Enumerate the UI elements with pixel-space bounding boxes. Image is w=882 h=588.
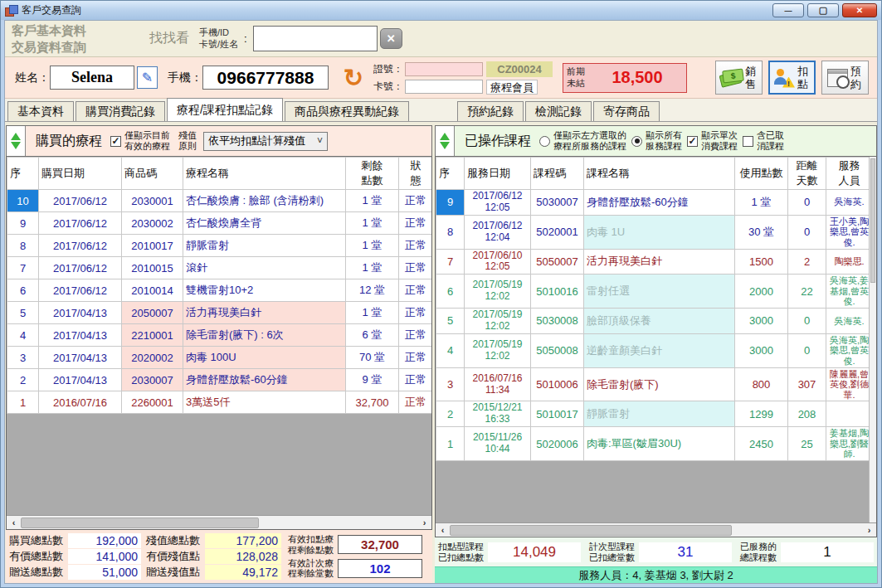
refresh-icon[interactable] [340,65,367,91]
course-code-cell[interactable]: 5050008 [531,333,584,367]
staff-cell[interactable]: 吳海英. [826,190,873,216]
product-code-cell[interactable]: 2260001 [122,391,183,414]
right-table-row[interactable]: 82017/06/12 12:045020001肉毒 1U30 堂0王小美,陶樂… [436,215,873,249]
row-number-cell[interactable]: 7 [436,249,465,275]
used-points-cell[interactable]: 1299 [735,401,788,427]
tab-6[interactable]: 寄存商品 [593,101,660,121]
remaining-points-cell[interactable]: 6 堂 [346,324,399,347]
status-cell[interactable]: 正常 [399,302,433,324]
include-cancelled-checkbox[interactable] [743,136,753,147]
service-date-cell[interactable]: 2017/05/19 12:02 [465,309,531,334]
row-number-cell[interactable]: 5 [436,309,465,334]
purchase-date-cell[interactable]: 2017/06/12 [39,212,122,235]
edit-name-icon[interactable] [137,66,158,89]
course-name-cell[interactable]: 雷射任選 [584,275,735,309]
remaining-points-cell[interactable]: 12 堂 [346,279,399,302]
row-number-cell[interactable]: 3 [436,367,465,401]
phone-field[interactable] [202,66,329,90]
status-cell[interactable]: 正常 [399,347,433,369]
service-date-cell[interactable]: 2015/11/26 10:44 [465,427,531,461]
product-code-cell[interactable]: 2020002 [122,347,183,369]
treatment-name-cell[interactable]: 活力再現美白針 [183,302,346,324]
scroll-right-icon[interactable] [862,525,876,535]
right-horizontal-scrollbar[interactable] [436,522,876,537]
course-code-cell[interactable]: 5030008 [531,309,584,334]
course-name-cell[interactable]: 肉毒:單區(皺眉30U) [584,427,735,461]
staff-cell[interactable]: 陳麗麗,曾英俊,劉德華. [826,367,873,401]
remaining-points-cell[interactable]: 70 堂 [346,347,399,369]
row-number-cell[interactable]: 8 [7,235,39,257]
purchase-date-cell[interactable]: 2017/06/12 [39,235,122,257]
product-code-cell[interactable]: 2210001 [122,324,183,347]
days-since-cell[interactable]: 0 [788,309,826,334]
left-table-row[interactable]: 52017/04/132050007活力再現美白針1 堂正常 [7,302,433,324]
course-code-cell[interactable]: 5010017 [531,401,584,427]
status-cell[interactable]: 正常 [399,235,433,257]
used-points-cell[interactable]: 2000 [735,275,788,309]
show-single-consumption-checkbox[interactable] [687,136,698,147]
treatment-name-cell[interactable]: 杏仁酸煥膚全背 [183,212,346,235]
scroll-right-icon[interactable] [417,518,431,527]
show-active-only-checkbox[interactable] [110,136,121,147]
days-since-cell[interactable]: 0 [788,215,826,249]
right-scrollbar-thumb[interactable] [450,525,732,536]
purchase-date-cell[interactable]: 2017/06/12 [39,279,122,302]
sales-button[interactable]: 銷售 [715,61,763,95]
row-number-cell[interactable]: 10 [7,190,39,212]
left-col-header-1[interactable]: 購買日期 [39,158,122,190]
used-points-cell[interactable]: 2450 [735,427,788,461]
course-name-cell[interactable]: 活力再現美白針 [584,249,735,275]
left-col-header-3[interactable]: 療程名稱 [183,158,346,190]
remaining-points-cell[interactable]: 32,700 [346,391,399,414]
left-table-row[interactable]: 82017/06/122010017靜脈雷射1 堂正常 [7,235,433,257]
remaining-points-cell[interactable]: 1 堂 [346,302,399,324]
left-table-row[interactable]: 22017/04/132030007身體舒壓放鬆-60分鐘9 堂正常 [7,369,433,391]
treatment-name-cell[interactable]: 雙機雷射10+2 [183,279,346,302]
status-cell[interactable]: 正常 [399,391,433,414]
course-name-cell[interactable]: 靜脈雷射 [584,401,735,427]
purchase-date-cell[interactable]: 2016/07/16 [39,391,122,414]
treatment-name-cell[interactable]: 杏仁酸煥膚 : 臉部 (含清粉刺) [183,190,346,212]
status-cell[interactable]: 正常 [399,190,433,212]
course-code-cell[interactable]: 5020006 [531,427,584,461]
right-col-header-6[interactable]: 服務 人員 [826,158,873,190]
row-number-cell[interactable]: 6 [7,279,39,302]
right-table-row[interactable]: 52017/05/19 12:025030008臉部頂級保養30000吳海英. [436,309,873,334]
status-cell[interactable]: 正常 [399,279,433,302]
tab-0[interactable]: 基本資料 [7,101,74,121]
right-table-row[interactable]: 32016/07/16 11:345010006除毛雷射(腋下)800307陳麗… [436,367,873,401]
scroll-left-icon[interactable] [7,518,21,527]
row-number-cell[interactable]: 1 [436,427,465,461]
status-cell[interactable]: 正常 [399,324,433,347]
row-number-cell[interactable]: 9 [7,212,39,235]
close-button[interactable] [842,3,877,17]
days-since-cell[interactable]: 0 [788,333,826,367]
purchase-date-cell[interactable]: 2017/06/12 [39,190,122,212]
product-code-cell[interactable]: 2030001 [122,190,183,212]
staff-cell[interactable]: 陶樂思. [826,249,873,275]
row-number-cell[interactable]: 4 [436,333,465,367]
show-all-courses-radio[interactable] [631,136,642,147]
service-date-cell[interactable]: 2016/07/16 11:34 [465,367,531,401]
days-since-cell[interactable]: 307 [788,367,826,401]
course-name-cell[interactable]: 逆齡童顏美白針 [584,333,735,367]
purchase-date-cell[interactable]: 2017/04/13 [39,369,122,391]
deduct-points-button[interactable]: 扣點 [768,61,816,95]
used-points-cell[interactable]: 3000 [735,309,788,334]
product-code-cell[interactable]: 2050007 [122,302,183,324]
days-since-cell[interactable]: 25 [788,427,826,461]
course-code-cell[interactable]: 5010016 [531,275,584,309]
remaining-points-cell[interactable]: 1 堂 [346,212,399,235]
card-field[interactable] [405,80,483,94]
id-field[interactable] [405,62,483,76]
purchase-date-cell[interactable]: 2017/04/13 [39,347,122,369]
staff-cell[interactable]: 吳海英,姜基烟,曾英俊. [826,275,873,309]
product-code-cell[interactable]: 2010017 [122,235,183,257]
row-number-cell[interactable]: 2 [7,369,39,391]
staff-cell[interactable]: 王小美,陶樂思,曾英俊. [826,215,873,249]
product-code-cell[interactable]: 2030002 [122,212,183,235]
staff-cell[interactable]: 姜基烟,陶樂思,劉醫師. [826,427,873,461]
right-table-row[interactable]: 42017/05/19 12:025050008逆齡童顏美白針30000吳海英,… [436,333,873,367]
row-number-cell[interactable]: 2 [436,401,465,427]
row-number-cell[interactable]: 6 [436,275,465,309]
